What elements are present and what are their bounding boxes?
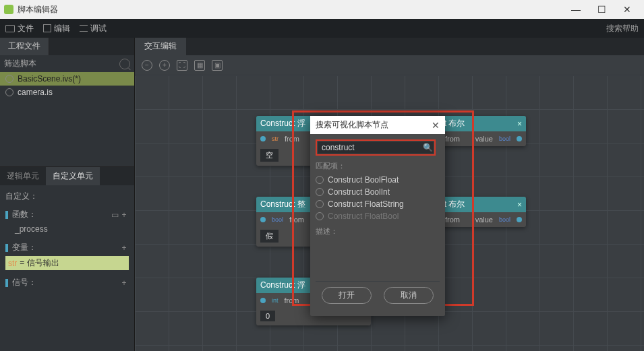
window-title: 脚本编辑器 xyxy=(18,4,563,15)
file-item[interactable]: BasicScene.ivs(*) xyxy=(0,72,134,86)
window-maximize-button[interactable]: ☐ xyxy=(589,0,614,19)
menu-edit-label: 编辑 xyxy=(54,23,70,34)
node-title: Construct 整 xyxy=(260,199,305,210)
add-function-button[interactable]: + xyxy=(119,210,129,220)
gear-icon xyxy=(5,88,13,96)
dialog-header[interactable]: 搜索可视化脚本节点 ✕ xyxy=(310,116,445,134)
gear-icon xyxy=(316,200,324,208)
node-value[interactable]: 0 xyxy=(260,311,275,321)
sidebar-tabs: 工程文件 xyxy=(0,38,134,55)
script-filter-label: 筛选脚本 xyxy=(4,58,119,69)
type-tag: bool xyxy=(497,216,513,223)
match-text: Construct FloatBool xyxy=(328,212,399,221)
window-close-button[interactable]: ✕ xyxy=(614,0,640,19)
subtab-custom[interactable]: 自定义单元 xyxy=(46,167,100,185)
node-in-port[interactable] xyxy=(260,217,266,222)
zoom-out-button[interactable]: − xyxy=(142,60,152,71)
menu-file-label: 文件 xyxy=(18,23,34,34)
graph-node[interactable]: uct 布尔× from value bool xyxy=(432,116,526,146)
section-variables[interactable]: 变量： + xyxy=(5,242,129,253)
graph-node[interactable]: uct 布尔× from value bool xyxy=(432,197,526,227)
graph-canvas[interactable]: Construct 浮× str from 空 uct 布尔× from val… xyxy=(135,75,644,351)
type-tag-str: str xyxy=(8,259,17,268)
dialog-close-icon[interactable]: ✕ xyxy=(432,120,440,131)
app-logo-icon xyxy=(4,5,13,14)
function-item[interactable]: _process xyxy=(5,223,129,235)
fit-button[interactable]: ⛶ xyxy=(177,60,187,71)
desc-label: 描述： xyxy=(316,226,440,236)
from-label: from xyxy=(445,135,460,143)
sliders-icon xyxy=(80,25,88,32)
crop-icon xyxy=(43,24,51,32)
node-out-port[interactable] xyxy=(517,217,522,222)
window-titlebar: 脚本编辑器 — ☐ ✕ xyxy=(0,0,644,19)
zoom-in-button[interactable]: + xyxy=(159,60,170,71)
menu-help[interactable]: 搜索帮助 xyxy=(606,23,639,34)
desc-area xyxy=(316,239,440,277)
cancel-button[interactable]: 取消 xyxy=(384,287,434,304)
file-name: BasicScene.ivs(*) xyxy=(18,74,81,84)
node-value[interactable]: 假 xyxy=(260,230,279,243)
variable-item[interactable]: str = 信号输出 xyxy=(5,256,129,270)
canvas-area: 交互编辑 − + ⛶ ▦ ▣ Construct 浮× str from 空 u xyxy=(135,38,644,351)
section-bar-icon xyxy=(5,244,8,252)
match-label: 匹配项： xyxy=(316,161,440,171)
from-label: from xyxy=(285,296,299,305)
section-functions[interactable]: 函数： ▭ + xyxy=(5,209,129,220)
node-close-icon[interactable]: × xyxy=(517,119,522,129)
type-tag: int xyxy=(270,297,281,304)
search-box: 🔍 xyxy=(318,141,434,154)
variable-text: = 信号输出 xyxy=(20,257,59,269)
menu-debug[interactable]: 调试 xyxy=(80,23,107,34)
add-signal-button[interactable]: + xyxy=(119,278,129,288)
grid-large-button[interactable]: ▣ xyxy=(212,60,223,71)
match-item[interactable]: Construct FloatString xyxy=(316,198,440,210)
script-filter-row: 筛选脚本 xyxy=(0,55,134,72)
section-functions-label: 函数： xyxy=(12,209,36,220)
custom-label: 自定义： xyxy=(5,191,129,202)
search-input[interactable] xyxy=(322,143,423,152)
gear-icon xyxy=(316,212,324,220)
section-signals[interactable]: 信号： + xyxy=(5,277,129,288)
window-minimize-button[interactable]: — xyxy=(563,0,589,19)
match-item[interactable]: Construct FloatBool xyxy=(316,210,440,222)
node-in-port[interactable] xyxy=(260,136,266,141)
custom-panel: 自定义： 函数： ▭ + _process 变量： xyxy=(0,185,134,296)
subtab-logic[interactable]: 逻辑单元 xyxy=(0,167,46,185)
match-text: Construct FloatString xyxy=(328,199,404,209)
node-in-port[interactable] xyxy=(260,298,266,303)
menu-bar: 文件 编辑 调试 搜索帮助 xyxy=(0,19,644,38)
value-label: value xyxy=(475,216,493,224)
dialog-title: 搜索可视化脚本节点 xyxy=(316,119,388,131)
canvas-tab[interactable]: 交互编辑 xyxy=(135,38,186,55)
match-item[interactable]: Construct BoolFloat xyxy=(316,174,440,186)
file-name: camera.is xyxy=(18,88,53,97)
node-close-icon[interactable]: × xyxy=(517,200,522,210)
gear-icon xyxy=(316,176,324,184)
menu-file[interactable]: 文件 xyxy=(5,23,34,34)
node-title: Construct 浮 xyxy=(260,280,305,291)
match-text: Construct BoolFloat xyxy=(328,175,399,185)
add-variable-button[interactable]: + xyxy=(119,243,129,253)
from-label: from xyxy=(285,135,299,143)
grid-small-button[interactable]: ▦ xyxy=(194,60,205,71)
tab-project-files[interactable]: 工程文件 xyxy=(0,38,49,55)
search-icon[interactable]: 🔍 xyxy=(423,143,433,152)
canvas-toolbar: − + ⛶ ▦ ▣ xyxy=(135,55,644,75)
clipboard-icon[interactable]: ▭ xyxy=(110,210,119,220)
file-list: BasicScene.ivs(*) camera.is xyxy=(0,72,134,99)
gear-icon xyxy=(5,75,13,83)
file-item[interactable]: camera.is xyxy=(0,86,134,99)
match-item[interactable]: Construct BoolInt xyxy=(316,186,440,198)
menu-edit[interactable]: 编辑 xyxy=(43,23,70,34)
node-out-port[interactable] xyxy=(517,136,522,141)
sidebar: 工程文件 筛选脚本 BasicScene.ivs(*) camera.is 逻辑… xyxy=(0,38,135,351)
search-icon[interactable] xyxy=(119,59,130,69)
type-tag: str xyxy=(270,135,281,142)
match-text: Construct BoolInt xyxy=(328,187,390,197)
search-highlight-box: 🔍 xyxy=(316,139,436,156)
open-button[interactable]: 打开 xyxy=(322,287,372,304)
node-title: Construct 浮 xyxy=(260,118,305,129)
from-label: from xyxy=(289,216,304,224)
node-value[interactable]: 空 xyxy=(260,149,279,162)
